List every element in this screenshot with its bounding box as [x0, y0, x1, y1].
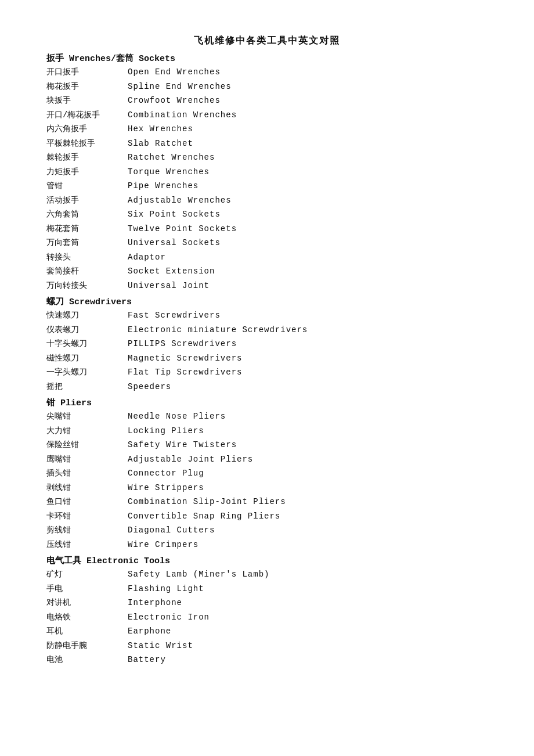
chinese-term: 万向套筒	[46, 236, 128, 250]
english-term: Interphone	[128, 596, 182, 610]
english-term: Needle Nose Pliers	[128, 409, 226, 424]
chinese-term: 鹰嘴钳	[46, 452, 128, 467]
chinese-term: 快速螺刀	[46, 308, 128, 323]
english-term: Flashing Light	[128, 582, 204, 596]
table-row: 快速螺刀Fast Screwdrivers	[46, 308, 488, 323]
chinese-term: 压线钳	[46, 538, 128, 552]
table-row: 仪表螺刀Electronic miniature Screwdrivers	[46, 323, 488, 337]
table-row: 耳机Earphone	[46, 624, 488, 639]
english-term: Safety Lamb (Miner's Lamb)	[128, 567, 269, 582]
english-term: Pipe Wrenches	[128, 179, 199, 193]
table-row: 梅花套筒Twelve Point Sockets	[46, 222, 488, 236]
chinese-term: 开口扳手	[46, 65, 128, 80]
english-term: Earphone	[128, 624, 171, 639]
table-row: 六角套筒Six Point Sockets	[46, 207, 488, 222]
table-row: 管钳Pipe Wrenches	[46, 179, 488, 193]
english-term: Connector Plug	[128, 466, 204, 481]
chinese-term: 套筒接杆	[46, 264, 128, 279]
english-term: PILLIPS Screwdrivers	[128, 337, 237, 351]
english-term: Electronic Iron	[128, 610, 210, 625]
chinese-term: 尖嘴钳	[46, 409, 128, 424]
table-row: 万向转接头Universal Joint	[46, 279, 488, 293]
table-row: 开口/梅花扳手Combination Wrenches	[46, 108, 488, 123]
table-row: 内六角扳手Hex Wrenches	[46, 122, 488, 136]
english-term: Adjustable Joint Pliers	[128, 452, 253, 467]
table-row: 磁性螺刀Magnetic Screwdrivers	[46, 351, 488, 366]
english-term: Crowfoot Wrenches	[128, 93, 221, 108]
english-term: Adaptor	[128, 250, 166, 265]
chinese-term: 管钳	[46, 179, 128, 193]
chinese-term: 对讲机	[46, 596, 128, 610]
table-row: 十字头螺刀PILLIPS Screwdrivers	[46, 337, 488, 351]
english-term: Universal Sockets	[128, 236, 221, 250]
chinese-term: 一字头螺刀	[46, 365, 128, 380]
english-term: Six Point Sockets	[128, 207, 221, 222]
table-row: 剪线钳Diagonal Cutters	[46, 523, 488, 538]
chinese-term: 平板棘轮扳手	[46, 136, 128, 151]
table-row: 棘轮扳手Ratchet Wrenches	[46, 150, 488, 165]
english-term: Adjustable Wrenches	[128, 193, 232, 208]
table-row: 压线钳Wire Crimpers	[46, 538, 488, 552]
chinese-term: 六角套筒	[46, 207, 128, 222]
english-term: Twelve Point Sockets	[128, 222, 237, 236]
table-row: 活动扳手Adjustable Wrenches	[46, 193, 488, 208]
english-term: Combination Slip-Joint Pliers	[128, 495, 286, 509]
chinese-term: 活动扳手	[46, 193, 128, 208]
chinese-term: 棘轮扳手	[46, 150, 128, 165]
english-term: Electronic miniature Screwdrivers	[128, 323, 308, 337]
chinese-term: 开口/梅花扳手	[46, 108, 128, 123]
section-header-1: 螺刀 Screwdrivers	[46, 296, 488, 307]
chinese-term: 梅花套筒	[46, 222, 128, 236]
chinese-term: 十字头螺刀	[46, 337, 128, 351]
section-header-2: 钳 Pliers	[46, 397, 488, 408]
english-term: Socket Extension	[128, 264, 215, 279]
chinese-term: 鱼口钳	[46, 495, 128, 509]
english-term: Magnetic Screwdrivers	[128, 351, 242, 366]
chinese-term: 摇把	[46, 380, 128, 394]
english-term: Spline End Wrenches	[128, 80, 232, 94]
english-term: Fast Screwdrivers	[128, 308, 221, 323]
table-row: 卡环钳Convertible Snap Ring Pliers	[46, 509, 488, 524]
chinese-term: 卡环钳	[46, 509, 128, 524]
chinese-term: 磁性螺刀	[46, 351, 128, 366]
chinese-term: 插头钳	[46, 466, 128, 481]
english-term: Locking Pliers	[128, 424, 204, 438]
english-term: Safety Wire Twisters	[128, 438, 237, 452]
table-row: 一字头螺刀Flat Tip Screwdrivers	[46, 365, 488, 380]
section-header-0: 扳手 Wrenches/套筒 Sockets	[46, 53, 488, 64]
chinese-term: 块扳手	[46, 93, 128, 108]
english-term: Combination Wrenches	[128, 108, 237, 123]
chinese-term: 防静电手腕	[46, 639, 128, 653]
english-term: Hex Wrenches	[128, 122, 193, 136]
table-row: 套筒接杆Socket Extension	[46, 264, 488, 279]
table-row: 鱼口钳Combination Slip-Joint Pliers	[46, 495, 488, 509]
chinese-term: 耳机	[46, 624, 128, 639]
chinese-term: 力矩扳手	[46, 165, 128, 179]
chinese-term: 电池	[46, 653, 128, 667]
english-term: Open End Wrenches	[128, 65, 221, 80]
table-row: 对讲机Interphone	[46, 596, 488, 610]
table-row: 摇把Speeders	[46, 380, 488, 394]
chinese-term: 剥线钳	[46, 481, 128, 495]
english-term: Wire Crimpers	[128, 538, 199, 552]
chinese-term: 万向转接头	[46, 279, 128, 293]
chinese-term: 手电	[46, 582, 128, 596]
chinese-term: 转接头	[46, 250, 128, 265]
chinese-term: 梅花扳手	[46, 80, 128, 94]
table-row: 插头钳Connector Plug	[46, 466, 488, 481]
chinese-term: 矿灯	[46, 567, 128, 582]
chinese-term: 保险丝钳	[46, 438, 128, 452]
english-term: Flat Tip Screwdrivers	[128, 365, 242, 380]
table-row: 大力钳Locking Pliers	[46, 424, 488, 438]
english-term: Torque Wrenches	[128, 165, 210, 179]
table-row: 防静电手腕Static Wrist	[46, 639, 488, 653]
table-row: 梅花扳手Spline End Wrenches	[46, 80, 488, 94]
english-term: Convertible Snap Ring Pliers	[128, 509, 280, 524]
table-row: 万向套筒Universal Sockets	[46, 236, 488, 250]
english-term: Slab Ratchet	[128, 136, 193, 151]
chinese-term: 电烙铁	[46, 610, 128, 625]
table-row: 力矩扳手Torque Wrenches	[46, 165, 488, 179]
table-row: 电池Battery	[46, 653, 488, 667]
section-header-3: 电气工具 Electronic Tools	[46, 555, 488, 566]
english-term: Ratchet Wrenches	[128, 150, 215, 165]
